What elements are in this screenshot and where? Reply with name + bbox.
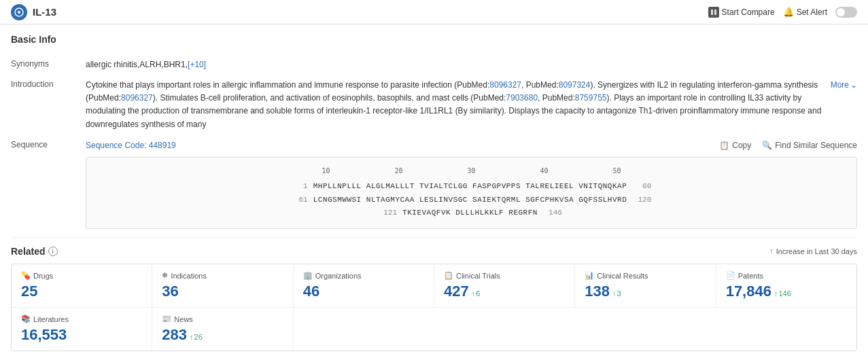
synonyms-row: Synonyms allergic rhinitis,ALRH,BHR1,[+1… xyxy=(11,58,857,71)
related-header: Related i ↑ Increase in Last 30 days xyxy=(11,246,857,257)
divider xyxy=(11,237,857,238)
pubmed-7903680-link[interactable]: 7903680 xyxy=(506,93,538,103)
trend-label: ↑ Increase in Last 30 days xyxy=(769,247,857,256)
clinical-results-delta: ↑ 3 xyxy=(612,289,621,298)
app-logo: IL-13 xyxy=(11,4,56,20)
sequence-line-3: 121 TKIEVAQFVK DLLLHLKKLF REGRFN 146 xyxy=(97,207,846,220)
compare-icon xyxy=(708,7,719,18)
building-icon: 🏢 xyxy=(303,271,313,280)
svg-rect-3 xyxy=(714,10,716,15)
stat-indications[interactable]: ❄ Indications 36 xyxy=(152,264,293,307)
news-icon: 📰 xyxy=(162,315,171,323)
sequence-label: Sequence xyxy=(11,139,86,149)
stat-news[interactable]: 📰 News 283 ↑ 26 xyxy=(152,308,293,351)
svg-rect-2 xyxy=(711,10,713,15)
main-content: Basic Info Synonyms allergic rhinitis,AL… xyxy=(0,24,868,358)
introduction-row: Introduction Cytokine that plays importa… xyxy=(11,79,857,131)
sequence-code-link[interactable]: Sequence Code: 448919 xyxy=(86,139,176,151)
introduction-label: Introduction xyxy=(11,79,86,89)
stat-patents[interactable]: 📄 Patents 17,846 ↑ 146 xyxy=(716,264,856,307)
chart-icon: 📊 xyxy=(585,271,594,280)
introduction-value: Cytokine that plays important roles in a… xyxy=(86,79,857,131)
sequence-line-2: 61 LCNGSMWWSI NLTAGMYCAA LESLINVSGC SAIE… xyxy=(97,194,846,207)
sequence-row: Sequence Sequence Code: 448919 📋 Copy 🔍 … xyxy=(11,139,857,229)
copy-button[interactable]: 📋 Copy xyxy=(719,139,751,151)
app-header: IL-13 Start Compare 🔔 Set Alert xyxy=(0,0,868,24)
trend-arrow-icon: ↑ xyxy=(769,247,774,256)
set-alert-button[interactable]: 🔔 Set Alert xyxy=(783,7,827,17)
doc-icon: 📄 xyxy=(726,271,735,280)
stat-clinical-trials[interactable]: 📋 Clinical Trials 427 ↑ 6 xyxy=(434,264,575,307)
stat-organizations[interactable]: 🏢 Organizations 46 xyxy=(294,264,434,307)
patents-delta: ↑ 146 xyxy=(774,289,791,298)
alert-toggle[interactable] xyxy=(835,7,857,18)
logo-icon xyxy=(11,4,27,20)
related-info-icon[interactable]: i xyxy=(48,247,58,256)
svg-point-1 xyxy=(18,11,20,14)
sequence-header: Sequence Code: 448919 📋 Copy 🔍 Find Simi… xyxy=(86,139,857,151)
stats-row-1: 💊 Drugs 25 ❄ Indications 36 xyxy=(12,264,856,308)
sequence-box: 10 20 30 40 50 1 MHPLLNPLLL ALGLMALLLT T… xyxy=(86,157,857,229)
pubmed-8097324-link[interactable]: 8097324 xyxy=(559,80,591,90)
snowflake-icon: ❄ xyxy=(162,271,168,280)
copy-icon: 📋 xyxy=(719,139,729,151)
pubmed-8759755-link[interactable]: 8759755 xyxy=(575,93,607,103)
stat-drugs[interactable]: 💊 Drugs 25 xyxy=(12,264,152,307)
page-title: IL-13 xyxy=(33,6,56,18)
synonyms-value: allergic rhinitis,ALRH,BHR1,[+10] xyxy=(86,58,857,71)
basic-info-title: Basic Info xyxy=(11,34,857,49)
stats-row-2: 📚 Literatures 16,553 📰 News 283 ↑ 26 xyxy=(12,308,856,351)
related-title: Related i xyxy=(11,246,58,257)
news-delta: ↑ 26 xyxy=(190,333,203,341)
sequence-ruler: 10 20 30 40 50 xyxy=(97,166,846,176)
clipboard-icon: 📋 xyxy=(444,271,453,280)
stat-clinical-results[interactable]: 📊 Clinical Results 138 ↑ 3 xyxy=(575,264,716,307)
pubmed-8096327-link[interactable]: 8096327 xyxy=(489,80,521,90)
search-sequence-icon: 🔍 xyxy=(762,139,772,151)
chevron-down-icon: ⌄ xyxy=(850,79,857,91)
stat-literatures[interactable]: 📚 Literatures 16,553 xyxy=(12,308,152,351)
synonyms-label: Synonyms xyxy=(11,58,86,69)
book-icon: 📚 xyxy=(21,315,31,323)
pubmed-8096327b-link[interactable]: 8096327 xyxy=(121,93,153,103)
clinical-trials-delta: ↑ 6 xyxy=(472,289,481,298)
stats-container: 💊 Drugs 25 ❄ Indications 36 xyxy=(11,264,857,351)
intro-text: Cytokine that plays important roles in a… xyxy=(86,79,828,131)
sequence-value: Sequence Code: 448919 📋 Copy 🔍 Find Simi… xyxy=(86,139,857,229)
alert-icon: 🔔 xyxy=(783,7,794,17)
header-actions: Start Compare 🔔 Set Alert xyxy=(708,7,857,18)
pill-icon: 💊 xyxy=(21,271,31,280)
more-button[interactable]: More ⌄ xyxy=(831,79,857,91)
start-compare-button[interactable]: Start Compare xyxy=(708,7,775,18)
find-similar-button[interactable]: 🔍 Find Similar Sequence xyxy=(762,139,857,151)
synonyms-more-link[interactable]: [+10] xyxy=(188,60,206,69)
sequence-line-1: 1 MHPLLNPLLL ALGLMALLLT TVIALTCLGG FASPG… xyxy=(97,180,846,194)
intro-text-row: Cytokine that plays important roles in a… xyxy=(86,79,857,131)
